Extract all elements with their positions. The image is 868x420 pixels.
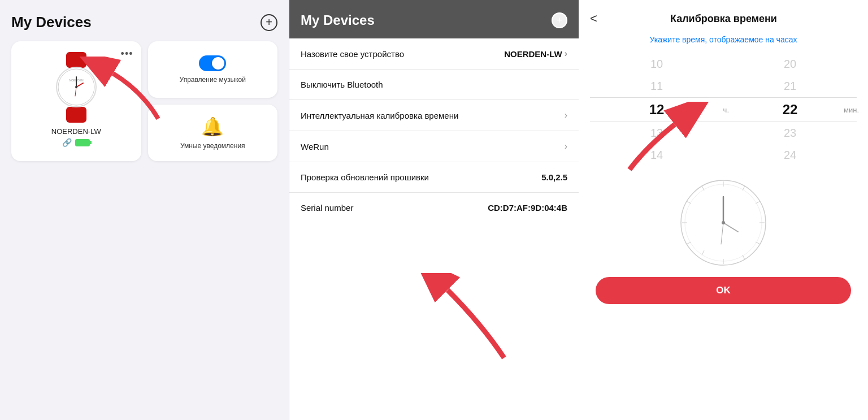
- settings-list: Назовите свое устройство NOERDEN-LW › Вы…: [289, 38, 579, 420]
- panel3-header: < Калибровка времени: [579, 0, 868, 32]
- ok-button[interactable]: OK: [596, 277, 851, 304]
- chevron-icon-0: ›: [565, 49, 567, 59]
- settings-item-firmware[interactable]: Проверка обновлений прошивки 5.0,2.5: [289, 162, 579, 193]
- panel1-title: My Devices: [11, 14, 92, 31]
- device-name-setting-value: NOERDEN-LW ›: [504, 49, 567, 59]
- minute-20[interactable]: 20: [723, 53, 857, 75]
- panel-devices: My Devices + ••• NOERDEN: [0, 0, 289, 420]
- settings-item-time-calibration[interactable]: Интеллектуальная калибровка времени ›: [289, 100, 579, 131]
- watch-image: NOERDEN: [45, 50, 107, 124]
- watch-svg: NOERDEN: [48, 52, 105, 123]
- clock-svg: [678, 177, 769, 268]
- notifications-label: Умные уведомления: [180, 142, 245, 150]
- music-label: Управление музыкой: [180, 76, 246, 84]
- minute-23[interactable]: 23: [723, 122, 857, 144]
- minute-24[interactable]: 24: [723, 144, 857, 166]
- minutes-column[interactable]: 20 21 22 мин. 23 24: [723, 53, 857, 166]
- settings-item-bluetooth[interactable]: Выключить Bluetooth: [289, 70, 579, 100]
- hour-14[interactable]: 14: [590, 144, 723, 166]
- svg-rect-0: [66, 52, 86, 68]
- link-icon: 🔗: [62, 138, 72, 147]
- add-device-button[interactable]: +: [261, 14, 277, 31]
- firmware-value: 5.0,2.5: [541, 172, 567, 182]
- panel2-title: My Devices: [301, 12, 375, 28]
- panel2-header: My Devices +: [289, 0, 579, 38]
- analog-clock: [579, 177, 868, 268]
- panel3-title: Калибровка времени: [603, 13, 844, 25]
- serial-value: CD:D7:AF:9D:04:4B: [488, 203, 567, 213]
- svg-rect-1: [66, 107, 86, 123]
- serial-label: Serial number: [301, 203, 353, 213]
- bluetooth-label: Выключить Bluetooth: [301, 80, 383, 89]
- device-status: 🔗: [62, 138, 90, 147]
- chevron-icon-2: ›: [565, 110, 567, 120]
- more-options-icon[interactable]: •••: [121, 48, 133, 60]
- device-card-noerden[interactable]: ••• NOERDEN: [11, 41, 141, 161]
- notifications-card[interactable]: 🔔 Умные уведомления: [148, 105, 278, 161]
- settings-item-werun[interactable]: WeRun ›: [289, 131, 579, 162]
- hour-11[interactable]: 11: [590, 75, 723, 97]
- minute-21[interactable]: 21: [723, 75, 857, 97]
- settings-item-device-name[interactable]: Назовите свое устройство NOERDEN-LW ›: [289, 38, 579, 70]
- minute-22-selected[interactable]: 22 мин.: [723, 97, 857, 122]
- device-name-setting-label: Назовите свое устройство: [301, 49, 404, 59]
- devices-grid: ••• NOERDEN: [11, 41, 277, 161]
- svg-point-8: [75, 86, 77, 88]
- hours-column[interactable]: 10 11 12 ч. 13 14: [590, 53, 723, 166]
- panel2-header-row: My Devices +: [301, 12, 567, 28]
- time-calibration-label: Интеллектуальная калибровка времени: [301, 111, 458, 120]
- panel1-header: My Devices +: [11, 14, 277, 31]
- werun-label: WeRun: [301, 142, 329, 151]
- back-button[interactable]: <: [590, 11, 597, 26]
- feature-cards: Управление музыкой 🔔 Умные уведомления: [148, 41, 278, 161]
- bell-icon: 🔔: [201, 116, 224, 137]
- svg-point-28: [722, 221, 725, 224]
- panel-settings: My Devices + Назовите свое устройство NO…: [289, 0, 579, 420]
- chevron-icon-3: ›: [565, 141, 567, 151]
- hour-10[interactable]: 10: [590, 53, 723, 75]
- panel3-subtitle: Укажите время, отображаемое на часах: [579, 32, 868, 53]
- panel-time-calibration: < Калибровка времени Укажите время, отоб…: [579, 0, 868, 420]
- device-name-label: NOERDEN-LW: [51, 127, 101, 136]
- hour-13[interactable]: 13: [590, 122, 723, 144]
- panel2-add-button[interactable]: +: [552, 12, 567, 28]
- battery-icon: [75, 139, 90, 146]
- firmware-label: Проверка обновлений прошивки: [301, 172, 429, 182]
- time-picker[interactable]: 10 11 12 ч. 13 14 20 21 22 мин. 23 24: [590, 53, 857, 166]
- settings-item-serial: Serial number CD:D7:AF:9D:04:4B: [289, 193, 579, 223]
- music-toggle[interactable]: [199, 55, 226, 71]
- music-control-card[interactable]: Управление музыкой: [148, 41, 278, 98]
- hour-12-selected[interactable]: 12 ч.: [590, 97, 723, 122]
